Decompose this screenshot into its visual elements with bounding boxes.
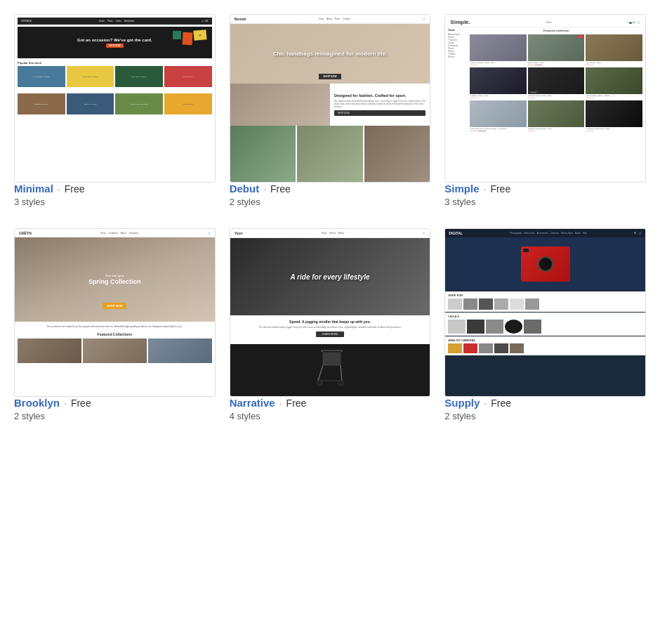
simple-products: Marlboro Bomber Jacket - Navy $1,200.00 … xyxy=(470,34,642,132)
narrative-mid: Speed: A jogging stroller that keeps up … xyxy=(230,315,430,344)
simple-product-8: Navigator Parka Jacket - Olive $1,000.00 xyxy=(528,100,585,132)
simple-product-img-2: SALE xyxy=(528,34,585,61)
supply-shop-products xyxy=(448,298,642,310)
debut-mid-text: We make products that effortlessly balan… xyxy=(334,100,425,109)
supply-search-icon: 🔍 xyxy=(634,232,637,235)
brooklyn-col-1 xyxy=(18,339,81,363)
debut-mid-title: Designed for fashion. Crafted for sport. xyxy=(334,93,425,98)
theme-name-row-supply: Supply · Free xyxy=(444,397,646,409)
minimal-cart: 🛒 241 xyxy=(202,20,209,22)
simple-product-img-6 xyxy=(586,67,642,94)
theme-name-supply[interactable]: Supply xyxy=(444,397,480,409)
supply-analog-5 xyxy=(510,343,524,353)
debut-hero-text: Chic handbags reimagined for modern life… xyxy=(273,51,388,57)
minimal-card-2: GREETING CARDS xyxy=(67,66,114,87)
brooklyn-description: Our products are inspired by the people … xyxy=(22,325,208,329)
narrative-layout: Yaun Shop Stories About 🛒 A ride for eve… xyxy=(230,229,430,396)
theme-preview-narrative[interactable]: Yaun Shop Stories About 🛒 A ride for eve… xyxy=(230,228,431,397)
simple-logo: Simple. xyxy=(450,19,470,25)
simple-product-img-4 xyxy=(470,67,527,94)
minimal-nav: Home Prints Cards Notebooks xyxy=(99,20,134,22)
brooklyn-header: GRÈYN Shop Lookbook About Instagram 🛒 xyxy=(15,229,215,237)
theme-info-narrative: Narrative · Free 4 styles xyxy=(230,397,431,421)
theme-name-simple[interactable]: Simple xyxy=(444,183,479,195)
simple-header: Simple. Home 𝕏 📷 🐦 🛒 xyxy=(448,18,642,27)
debut-middle-image xyxy=(230,84,330,126)
brooklyn-logo: GRÈYN xyxy=(19,231,32,235)
simple-product-price-5: $1,500.00 xyxy=(528,97,585,99)
minimal-deco-3 xyxy=(173,31,181,39)
supply-leica-2 xyxy=(467,320,484,334)
theme-info-debut: Debut · Free 2 styles xyxy=(230,183,431,207)
supply-analog-2 xyxy=(463,343,477,353)
theme-preview-debut[interactable]: Nomah Shop About News Contact 🛒 Chic han… xyxy=(230,14,431,183)
supply-leica-5 xyxy=(524,320,541,334)
theme-name-brooklyn[interactable]: Brooklyn xyxy=(14,397,60,409)
narrative-stroller-img xyxy=(309,346,351,395)
minimal-hero-btn: SHOP NOW xyxy=(106,44,124,48)
theme-info-brooklyn: Brooklyn · Free 2 styles xyxy=(14,397,216,421)
simple-header-right: 𝕏 📷 🐦 🛒 xyxy=(627,21,640,24)
brooklyn-collections xyxy=(15,339,215,363)
simple-sale-badge: SALE xyxy=(577,35,583,38)
supply-layout: DIGITAL Photography Video+Cine Accessori… xyxy=(445,229,645,396)
supply-shop-title: SHOP FOR xyxy=(448,294,642,297)
theme-info-supply: Supply · Free 2 styles xyxy=(444,397,646,421)
supply-product-2 xyxy=(463,298,477,310)
narrative-btn: LEARN MORE xyxy=(316,331,343,337)
simple-product-3: Gold Jacket - Olive $1,200.00 xyxy=(586,34,642,66)
debut-header: Nomah Shop About News Contact 🛒 xyxy=(230,15,430,24)
theme-name-debut[interactable]: Debut xyxy=(230,183,260,195)
minimal-card-8: THANK YOU xyxy=(164,93,212,114)
simple-product-price-7: $1,200.00 $1,700.00 xyxy=(470,130,527,132)
theme-dot-simple: · xyxy=(484,183,487,195)
supply-cart-icon: 🛒 xyxy=(639,232,642,235)
theme-card-supply: DIGITAL Photography Video+Cine Accessori… xyxy=(444,228,646,421)
simple-sidebar-home: Home xyxy=(448,29,468,32)
supply-leica-3 xyxy=(486,320,503,334)
theme-name-minimal[interactable]: Minimal xyxy=(14,183,53,195)
debut-img-1 xyxy=(230,126,296,182)
simple-product-img-9 xyxy=(586,100,642,127)
debut-cart: 🛒 xyxy=(423,18,425,20)
brooklyn-nav: Shop Lookbook About Instagram xyxy=(101,232,138,235)
simple-sidebar: Home Accessories Denim Footwear Jeans Ou… xyxy=(448,29,468,132)
theme-preview-simple[interactable]: Simple. Home 𝕏 📷 🐦 🛒 Home Accessories De… xyxy=(444,14,646,183)
theme-name-narrative[interactable]: Narrative xyxy=(230,397,275,409)
simple-sidebar-shorts: Shorts xyxy=(448,55,468,58)
simple-layout: Simple. Home 𝕏 📷 🐦 🛒 Home Accessories De… xyxy=(445,15,645,182)
simple-product-1: Marlboro Bomber Jacket - Navy $1,200.00 xyxy=(470,34,527,66)
supply-leica-products xyxy=(448,320,642,334)
simple-product-price-2: $800.00 $1,200.00 xyxy=(528,64,585,66)
supply-analog-section: ANALOG CAMERAS xyxy=(445,336,645,355)
minimal-card-4: PARTY BOX xyxy=(164,66,212,87)
simple-product-price-4: $1,500.00 xyxy=(470,97,527,99)
theme-styles-supply: 2 styles xyxy=(444,411,646,421)
minimal-card-1: STATIONERY STORE xyxy=(18,66,65,87)
theme-price-minimal: Free xyxy=(65,183,85,195)
svg-line-2 xyxy=(341,365,342,381)
simple-product-img-1 xyxy=(470,34,527,61)
theme-preview-supply[interactable]: DIGITAL Photography Video+Cine Accessori… xyxy=(444,228,646,397)
theme-price-brooklyn: Free xyxy=(71,397,91,409)
simple-cart: 🛒 xyxy=(638,21,640,24)
theme-styles-simple: 3 styles xyxy=(444,197,646,207)
minimal-banner: Got an occasion? We've got the card. SHO… xyxy=(18,27,212,58)
minimal-hero-text: Got an occasion? We've got the card. xyxy=(77,38,152,42)
supply-header-right: 🔍 🛒 xyxy=(634,232,642,235)
supply-header: DIGITAL Photography Video+Cine Accessori… xyxy=(445,229,645,237)
simple-product-price-3: $1,200.00 xyxy=(586,64,642,66)
theme-preview-brooklyn[interactable]: GRÈYN Shop Lookbook About Instagram 🛒 Ye… xyxy=(14,228,216,397)
debut-hero: Chic handbags reimagined for modern life… xyxy=(230,24,430,84)
simple-social: 𝕏 📷 🐦 xyxy=(627,21,635,24)
minimal-card-3: GET WELL SHIRTS xyxy=(115,66,163,87)
minimal-deco-2 xyxy=(182,32,192,46)
supply-nav: Photography Video+Cine Accessories Camer… xyxy=(510,232,587,235)
debut-logo: Nomah xyxy=(235,17,246,21)
debut-img-3 xyxy=(364,126,430,182)
debut-nav: Shop About News Contact xyxy=(319,18,350,20)
theme-styles-brooklyn: 2 styles xyxy=(14,411,216,421)
supply-viewfinder xyxy=(523,249,529,252)
theme-preview-minimal[interactable]: VINTAGE Home Prints Cards Notebooks 🛒 24… xyxy=(14,14,216,183)
theme-dot-debut: · xyxy=(263,183,266,195)
